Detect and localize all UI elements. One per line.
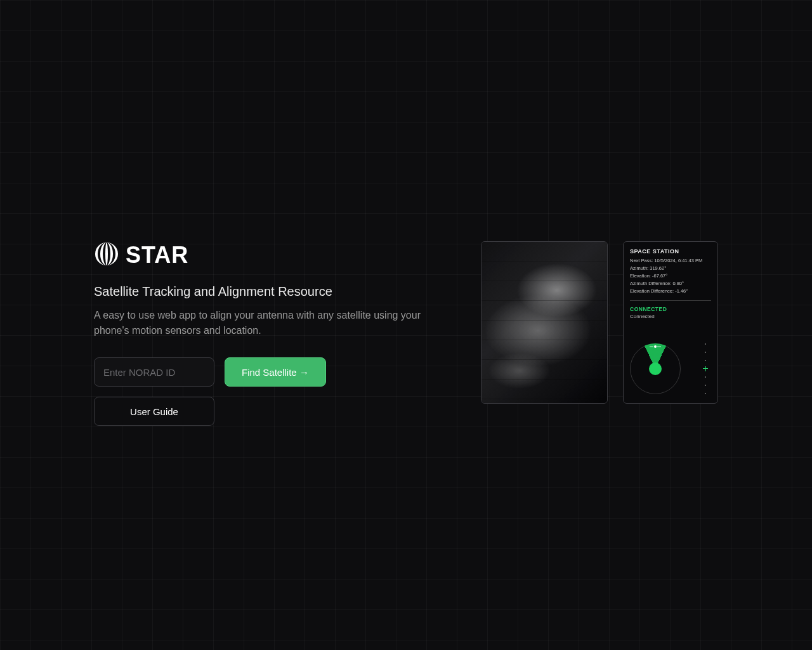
find-satellite-label: Find Satellite → <box>242 367 309 378</box>
brand: STAR <box>94 241 436 269</box>
connected-sub: Connected <box>630 314 711 319</box>
elevation-diff-line: Elevation Difference: -1.46° <box>630 288 711 295</box>
brand-name: STAR <box>126 242 188 269</box>
elevation-scale <box>702 343 709 394</box>
satellite-imagery-preview <box>481 241 608 404</box>
svg-point-4 <box>105 242 108 265</box>
radar-display <box>630 343 681 394</box>
next-pass-line: Next Pass: 10/5/2024, 6:41:43 PM <box>630 257 711 265</box>
azimuth-diff-line: Azimuth Difference: 0.80° <box>630 280 711 288</box>
user-guide-label: User Guide <box>130 406 178 417</box>
elevation-line: Elevation: -67.67° <box>630 272 711 280</box>
azimuth-line: Azimuth: 319.62° <box>630 265 711 272</box>
tracking-preview: SPACE STATION Next Pass: 10/5/2024, 6:41… <box>623 241 718 404</box>
satellite-icon <box>654 345 657 348</box>
tracking-title: SPACE STATION <box>630 248 711 255</box>
user-guide-button[interactable]: User Guide <box>94 397 214 426</box>
separator <box>630 300 711 301</box>
page-description: A easy to use web app to align your ante… <box>94 308 436 338</box>
logo-icon <box>94 241 119 269</box>
page-subtitle: Satellite Tracking and Alignment Resourc… <box>94 284 436 299</box>
find-satellite-button[interactable]: Find Satellite → <box>225 357 326 387</box>
connected-label: CONNECTED <box>630 306 711 312</box>
norad-id-input[interactable] <box>94 357 214 387</box>
